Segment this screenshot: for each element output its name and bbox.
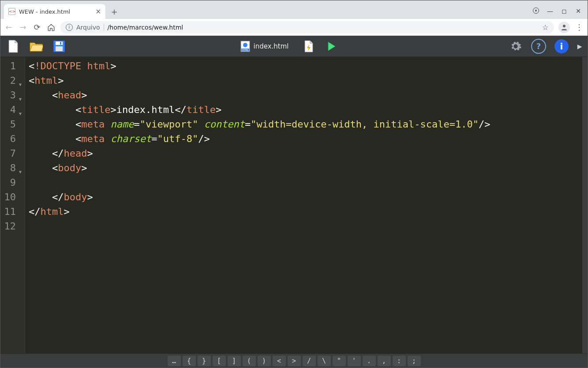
symbol-button[interactable]: [ (213, 356, 226, 366)
settings-button[interactable] (506, 38, 525, 55)
symbol-button[interactable]: < (273, 356, 286, 366)
vertical-scrollbar[interactable] (582, 57, 588, 353)
symbol-button[interactable]: : (393, 356, 406, 366)
help-icon: ? (531, 39, 546, 54)
line-number: 4▼ (0, 102, 22, 117)
line-number: 6 (0, 131, 22, 146)
home-button[interactable] (46, 23, 56, 32)
line-number: 7 (0, 146, 22, 161)
line-number: 10 (0, 190, 22, 204)
symbol-button[interactable]: > (288, 356, 301, 366)
code-line[interactable]: <html> (29, 73, 582, 88)
code-line[interactable]: <body> (29, 161, 582, 175)
symbol-button[interactable]: } (198, 356, 211, 366)
browser-tab-active[interactable]: <> WEW - index.html × (4, 4, 105, 19)
bookmark-icon[interactable]: ☆ (542, 23, 549, 32)
forward-button[interactable]: → (18, 23, 28, 32)
url-scheme-label: Arquivo (76, 24, 100, 31)
line-number: 9 (0, 175, 22, 190)
url-input[interactable]: i Arquivo /home/marcos/wew.html ☆ (60, 21, 554, 34)
code-line[interactable]: </html> (29, 204, 582, 219)
tab-title: WEW - index.html (19, 8, 70, 15)
symbol-button[interactable]: " (333, 356, 346, 366)
back-button[interactable]: ← (4, 23, 14, 32)
code-area[interactable]: <!DOCTYPE html><html> <head> <title>inde… (25, 57, 582, 353)
symbol-button[interactable]: { (183, 356, 196, 366)
chevron-down-icon[interactable]: ▾ (533, 8, 539, 14)
site-info-icon[interactable]: i (66, 24, 73, 31)
profile-avatar[interactable] (558, 22, 570, 33)
symbol-button[interactable]: , (378, 356, 391, 366)
svg-rect-4 (60, 42, 61, 45)
svg-point-0 (563, 25, 566, 27)
code-line[interactable]: </head> (29, 146, 582, 161)
line-number: 2▼ (0, 73, 22, 88)
help-button[interactable]: ? (529, 38, 548, 55)
symbol-button[interactable]: . (363, 356, 376, 366)
save-file-button[interactable] (50, 38, 68, 55)
symbol-bar: …{}[]()<>/\"'.,:; (0, 353, 588, 368)
html-file-icon: HTML (240, 41, 250, 52)
code-line[interactable] (29, 175, 582, 190)
symbol-button[interactable]: ' (348, 356, 361, 366)
code-line[interactable]: <meta name="viewport" content="width=dev… (29, 117, 582, 131)
code-line[interactable]: <head> (29, 88, 582, 102)
code-line[interactable] (29, 219, 582, 233)
editor-app: HTML index.html ? i ▶ 12▼3▼4▼5678▼910111… (0, 36, 588, 368)
svg-rect-2 (56, 41, 63, 45)
line-number: 11 (0, 204, 22, 219)
code-line[interactable]: <!DOCTYPE html> (29, 59, 582, 73)
current-file-label: index.html (254, 42, 289, 50)
code-line[interactable]: <meta charset="utf-8"/> (29, 131, 582, 146)
symbol-button[interactable]: / (303, 356, 316, 366)
line-number: 12 (0, 219, 22, 233)
line-number: 5 (0, 117, 22, 131)
code-line[interactable]: </body> (29, 190, 582, 204)
svg-rect-3 (56, 46, 63, 51)
new-doc-lightning-button[interactable] (300, 38, 318, 55)
symbol-button[interactable]: ( (243, 356, 256, 366)
reload-button[interactable]: ⟳ (32, 23, 42, 32)
line-number: 8▼ (0, 161, 22, 175)
close-window-button[interactable]: ✕ (575, 8, 581, 15)
new-file-button[interactable] (4, 38, 22, 55)
symbol-button[interactable]: ; (408, 356, 421, 366)
info-icon: i (554, 39, 569, 53)
editor-toolbar: HTML index.html ? i ▶ (0, 36, 588, 57)
open-file-button[interactable] (27, 38, 45, 55)
symbol-button[interactable]: \ (318, 356, 331, 366)
browser-tabstrip: <> WEW - index.html × + ▾ — ◻ ✕ (0, 0, 588, 19)
browser-menu-button[interactable]: ⋮ (574, 23, 584, 32)
symbol-button[interactable]: ] (228, 356, 241, 366)
current-file-tab[interactable]: HTML index.html (234, 38, 295, 55)
svg-text:HTML: HTML (242, 49, 248, 51)
svg-point-6 (243, 43, 247, 47)
url-path: /home/marcos/wew.html (108, 24, 184, 31)
close-tab-icon[interactable]: × (95, 8, 101, 15)
favicon-icon: <> (8, 8, 15, 15)
minimize-button[interactable]: — (547, 8, 553, 15)
more-chevron-icon[interactable]: ▶ (575, 38, 584, 55)
maximize-button[interactable]: ◻ (561, 8, 567, 15)
code-editor[interactable]: 12▼3▼4▼5678▼9101112 <!DOCTYPE html><html… (0, 57, 588, 353)
window-controls: ▾ — ◻ ✕ (533, 8, 588, 19)
url-separator (104, 24, 104, 31)
about-button[interactable]: i (552, 38, 571, 55)
run-button[interactable] (322, 38, 341, 55)
symbol-button[interactable]: … (168, 356, 181, 366)
browser-address-bar: ← → ⟳ i Arquivo /home/marcos/wew.html ☆ … (0, 19, 588, 36)
line-number-gutter: 12▼3▼4▼5678▼9101112 (0, 57, 25, 353)
line-number: 1 (0, 59, 22, 73)
line-number: 3▼ (0, 88, 22, 102)
code-line[interactable]: <title>index.html</title> (29, 102, 582, 117)
new-tab-button[interactable]: + (108, 5, 120, 18)
symbol-button[interactable]: ) (258, 356, 271, 366)
